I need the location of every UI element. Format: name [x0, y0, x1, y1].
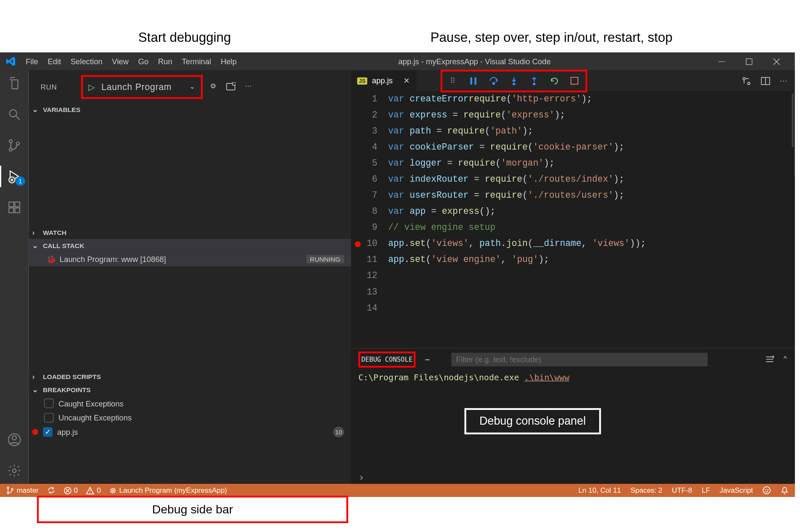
step-into-icon[interactable] — [509, 76, 519, 86]
section-watch[interactable]: ›WATCH — [29, 226, 351, 239]
panel-tab-debug-console[interactable]: DEBUG CONSOLE — [358, 351, 415, 367]
code-editor[interactable]: 1234567891011121314 var createErrorrequi… — [351, 91, 795, 348]
status-spaces[interactable]: Spaces: 2 — [630, 486, 662, 495]
step-out-icon[interactable] — [529, 76, 539, 86]
run-sidebar: RUN ▷ Launch Program ⌄ ⚙ ⋯ ⌄VARIABLES ›W… — [29, 70, 351, 484]
stop-icon[interactable] — [570, 76, 580, 86]
tab-appjs[interactable]: JS app.js ✕ — [351, 70, 416, 91]
compare-changes-icon[interactable] — [742, 76, 751, 86]
launch-config-selector[interactable]: ▷ Launch Program ⌄ — [81, 75, 203, 98]
console-output: C:\Program Files\nodejs\node.exe .\bin\w… — [351, 370, 795, 385]
gear-icon[interactable]: ⚙ — [210, 82, 216, 92]
menu-edit[interactable]: Edit — [43, 57, 66, 66]
more-panels-icon[interactable]: ⋯ — [425, 355, 430, 364]
svg-point-27 — [11, 488, 13, 490]
status-line-col[interactable]: Ln 10, Col 11 — [578, 486, 621, 495]
checkbox-icon[interactable] — [44, 413, 54, 423]
svg-point-4 — [9, 148, 12, 151]
section-variables[interactable]: ⌄VARIABLES — [29, 103, 351, 116]
status-branch[interactable]: master — [6, 486, 38, 495]
svg-point-20 — [533, 83, 535, 85]
debug-console-icon[interactable] — [226, 82, 236, 92]
maximize-button[interactable] — [735, 52, 763, 70]
section-callstack[interactable]: ⌄CALL STACK — [29, 239, 351, 252]
status-encoding[interactable]: UTF-8 — [672, 486, 692, 495]
svg-rect-1 — [746, 58, 752, 64]
explorer-icon[interactable] — [6, 75, 22, 92]
menu-help[interactable]: Help — [216, 57, 241, 66]
status-lang[interactable]: JavaScript — [720, 486, 753, 495]
account-icon[interactable] — [6, 431, 22, 448]
clear-console-icon[interactable] — [765, 355, 775, 364]
statusbar: master 0 0 Launch Program (myExpressApp)… — [0, 484, 795, 497]
editor-area: JS app.js ✕ ⠿ ⋯ — [351, 70, 795, 484]
console-link[interactable]: .\bin\www — [524, 372, 570, 382]
svg-rect-7 — [9, 202, 14, 207]
status-eol[interactable]: LF — [702, 486, 710, 495]
status-errors[interactable]: 0 — [63, 486, 77, 495]
section-loaded-scripts[interactable]: ›LOADED SCRIPTS — [29, 370, 351, 383]
bp-uncaught[interactable]: Uncaught Exceptions — [29, 410, 351, 425]
checkbox-checked-icon[interactable]: ✓ — [43, 427, 53, 437]
menu-go[interactable]: Go — [134, 57, 153, 66]
svg-rect-17 — [474, 77, 476, 85]
menu-terminal[interactable]: Terminal — [177, 57, 216, 66]
status-feedback-icon[interactable] — [762, 486, 771, 495]
breadcrumb-caret[interactable]: › — [351, 471, 795, 484]
minimap-slider[interactable] — [792, 93, 793, 147]
menu-selection[interactable]: Selection — [66, 57, 107, 66]
debug-toolbar: ⠿ — [441, 69, 587, 92]
status-debug-target[interactable]: Launch Program (myExpressApp) — [109, 486, 227, 495]
collapse-panel-icon[interactable]: ⌃ — [783, 355, 788, 364]
minimize-button[interactable] — [708, 52, 735, 70]
svg-point-18 — [493, 82, 494, 84]
svg-point-12 — [12, 436, 16, 440]
more-icon[interactable]: ⋯ — [245, 82, 252, 92]
vscode-logo-icon — [0, 56, 21, 67]
checkbox-icon[interactable] — [44, 398, 54, 408]
titlebar: FileEditSelectionViewGoRunTerminalHelp a… — [0, 52, 795, 70]
status-sync[interactable] — [47, 486, 55, 495]
panel-filter-input[interactable] — [451, 352, 707, 366]
svg-point-2 — [10, 109, 17, 117]
menu-run[interactable]: Run — [153, 57, 177, 66]
svg-rect-9 — [15, 208, 19, 213]
bp-file[interactable]: ✓ app.js 10 — [29, 425, 351, 439]
callstack-item[interactable]: 🐞 Launch Program: www [10868] RUNNING — [29, 252, 351, 266]
svg-point-23 — [748, 82, 750, 85]
svg-rect-8 — [9, 208, 14, 213]
more-actions-icon[interactable]: ⋯ — [780, 76, 787, 86]
step-over-icon[interactable] — [489, 76, 499, 86]
svg-point-31 — [765, 489, 766, 490]
source-control-icon[interactable] — [6, 137, 22, 153]
close-tab-icon[interactable]: ✕ — [403, 76, 410, 85]
annotation-start-debugging: Start debugging — [138, 30, 231, 46]
bp-caught[interactable]: Caught Exceptions — [29, 396, 351, 411]
breakpoint-dot-icon[interactable] — [355, 241, 361, 247]
extensions-icon[interactable] — [6, 199, 22, 216]
svg-point-25 — [7, 487, 9, 488]
menu-file[interactable]: File — [21, 57, 43, 66]
svg-point-5 — [16, 142, 19, 145]
svg-point-19 — [513, 83, 515, 85]
section-breakpoints[interactable]: ⌄BREAKPOINTS — [29, 383, 351, 396]
search-icon[interactable] — [6, 106, 22, 123]
bp-line-badge: 10 — [333, 427, 344, 437]
svg-point-30 — [763, 487, 770, 494]
drag-handle-icon[interactable]: ⠿ — [448, 76, 458, 86]
bug-icon: 🐞 — [47, 255, 56, 264]
debug-badge: 1 — [16, 176, 25, 186]
split-editor-icon[interactable] — [761, 76, 770, 86]
pause-icon[interactable] — [468, 76, 478, 86]
settings-gear-icon[interactable] — [6, 462, 22, 479]
svg-rect-10 — [15, 202, 19, 207]
restart-icon[interactable] — [550, 76, 559, 86]
status-bell-icon[interactable] — [781, 486, 789, 495]
status-warnings[interactable]: 0 — [86, 486, 101, 495]
close-button[interactable] — [762, 52, 790, 70]
svg-rect-21 — [571, 77, 578, 85]
callstack-status: RUNNING — [306, 255, 344, 263]
menu-view[interactable]: View — [107, 57, 134, 66]
run-debug-icon[interactable]: 1 — [6, 168, 22, 185]
window-title: app.js - myExpressApp - Visual Studio Co… — [241, 57, 708, 66]
